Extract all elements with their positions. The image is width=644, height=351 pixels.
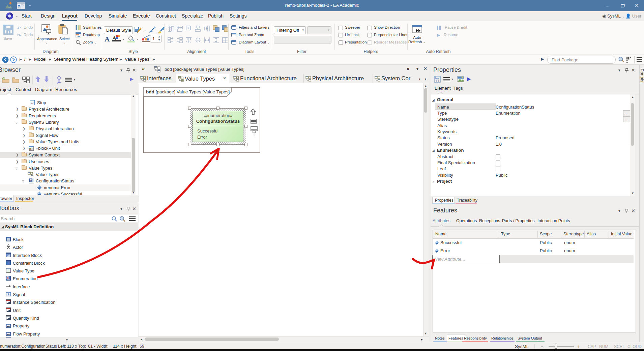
svg-text:E: E	[30, 179, 32, 182]
svg-text:E: E	[7, 276, 9, 280]
